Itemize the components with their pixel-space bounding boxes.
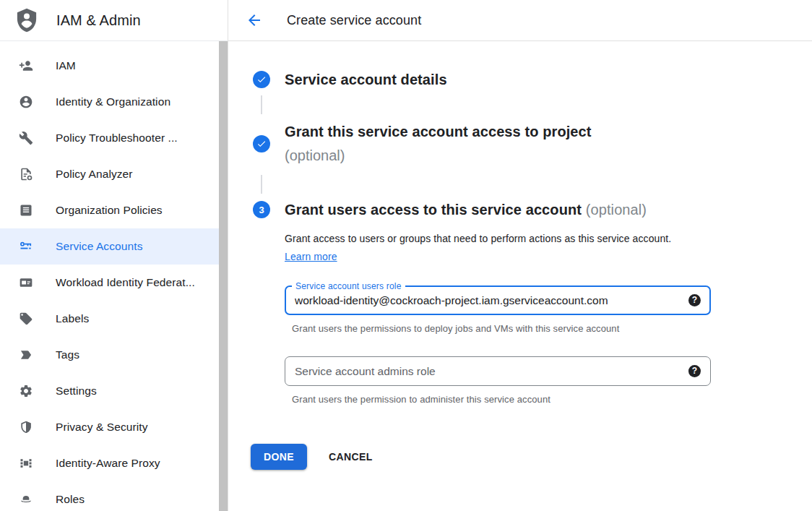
sidebar-item-label: Policy Troubleshooter ... xyxy=(56,132,178,145)
step-connector xyxy=(261,175,262,194)
product-title: IAM & Admin xyxy=(56,12,141,29)
step-3-number-badge: 3 xyxy=(253,201,270,218)
step-3-optional-label: (optional) xyxy=(586,202,647,218)
sidebar-item-label: IAM xyxy=(56,59,76,72)
sidebar-item-label: Settings xyxy=(56,385,97,398)
step-3-number: 3 xyxy=(259,205,264,215)
help-icon[interactable]: ? xyxy=(688,365,701,377)
sidebar-item-label: Policy Analyzer xyxy=(56,168,133,181)
done-button[interactable]: DONE xyxy=(251,444,307,470)
shield-half-icon xyxy=(19,420,33,434)
sidebar-item-service-accounts[interactable]: Service Accounts xyxy=(0,228,219,265)
account-circle-icon xyxy=(19,95,33,109)
product-header: IAM & Admin xyxy=(0,0,228,41)
label-tag-icon xyxy=(19,312,33,326)
sidebar-scrollbar-thumb[interactable] xyxy=(219,41,228,511)
step-grant-users-access: 3 Grant users access to this service acc… xyxy=(253,201,812,218)
sidebar-item-settings[interactable]: Settings xyxy=(0,373,219,409)
admins-role-input[interactable] xyxy=(295,365,681,378)
step-1-completed-check-icon xyxy=(253,71,270,88)
users-role-helper-text: Grant users the permissions to deploy jo… xyxy=(292,323,812,334)
step-3-title-text: Grant users access to this service accou… xyxy=(285,202,582,218)
gear-icon xyxy=(19,384,33,398)
help-icon[interactable]: ? xyxy=(688,294,701,306)
step-service-account-details: Service account details xyxy=(253,71,812,88)
sidebar-item-roles[interactable]: Roles xyxy=(0,481,219,511)
wrench-icon xyxy=(19,131,33,145)
sidebar-item-label: Identity-Aware Proxy xyxy=(56,457,160,470)
learn-more-link[interactable]: Learn more xyxy=(285,251,337,262)
sidebar-item-label: Labels xyxy=(56,312,89,325)
tag-arrow-icon xyxy=(19,348,33,362)
sidebar-item-labels[interactable]: Labels xyxy=(0,301,219,337)
sidebar-item-label: Privacy & Security xyxy=(56,421,148,434)
users-role-field-label: Service account users role xyxy=(292,281,405,292)
article-icon xyxy=(19,203,33,218)
users-role-field: Service account users role ? xyxy=(285,285,711,315)
service-account-key-icon xyxy=(19,239,33,254)
sidebar-scrollbar[interactable] xyxy=(219,41,228,511)
sidebar-item-policy-troubleshooter[interactable]: Policy Troubleshooter ... xyxy=(0,120,219,156)
person-add-icon xyxy=(19,59,33,73)
step-connector xyxy=(261,95,262,114)
admins-role-helper-text: Grant users the permission to administer… xyxy=(292,394,812,405)
step-3-title: Grant users access to this service accou… xyxy=(285,201,647,218)
sidebar-item-label: Tags xyxy=(56,348,79,361)
badge-card-icon xyxy=(19,275,33,290)
step-3-description: Grant access to users or groups that nee… xyxy=(285,230,689,266)
policy-analyzer-icon xyxy=(19,167,33,181)
proxy-icon xyxy=(19,456,33,471)
arrow-back-icon xyxy=(246,12,263,29)
sidebar-item-label: Identity & Organization xyxy=(56,95,170,108)
sidebar-item-label: Organization Policies xyxy=(56,204,163,217)
create-service-account-panel: Service account details Grant this servi… xyxy=(229,41,812,511)
sidebar-item-tags[interactable]: Tags xyxy=(0,337,219,373)
sidebar-item-iam[interactable]: IAM xyxy=(0,48,219,84)
page-header: Create service account xyxy=(228,0,812,41)
iam-admin-shield-person-icon xyxy=(16,8,38,33)
roles-hat-icon xyxy=(19,492,33,507)
sidebar-item-policy-analyzer[interactable]: Policy Analyzer xyxy=(0,156,219,192)
sidebar-item-privacy-security[interactable]: Privacy & Security xyxy=(0,409,219,445)
users-role-input[interactable] xyxy=(295,294,681,307)
cancel-button[interactable]: CANCEL xyxy=(329,451,373,463)
step-2-title: Grant this service account access to pro… xyxy=(285,120,592,144)
sidebar-item-identity-organization[interactable]: Identity & Organization xyxy=(0,84,219,120)
sidebar-item-label: Workload Identity Federat... xyxy=(56,276,195,289)
step-1-title: Service account details xyxy=(285,71,447,88)
sidebar-item-identity-aware-proxy[interactable]: Identity-Aware Proxy xyxy=(0,445,219,481)
step-2-optional-label: (optional) xyxy=(285,144,592,168)
sidebar-item-label: Service Accounts xyxy=(56,240,143,253)
sidebar-item-workload-identity-federation[interactable]: Workload Identity Federat... xyxy=(0,265,219,301)
step-2-completed-check-icon xyxy=(253,135,270,153)
sidebar-item-label: Roles xyxy=(56,493,85,506)
page-title: Create service account xyxy=(287,13,421,28)
iam-admin-sidebar: IAM Identity & Organization Policy Troub… xyxy=(0,41,228,511)
top-app-bar: IAM & Admin Create service account xyxy=(0,0,812,41)
step-grant-access-to-project: Grant this service account access to pro… xyxy=(253,120,812,168)
sidebar-item-organization-policies[interactable]: Organization Policies xyxy=(0,192,219,228)
sidebar-nav-list: IAM Identity & Organization Policy Troub… xyxy=(0,41,219,511)
back-button[interactable] xyxy=(246,12,263,29)
admins-role-field: ? xyxy=(285,356,711,386)
step-3-description-text: Grant access to users or groups that nee… xyxy=(285,233,671,244)
